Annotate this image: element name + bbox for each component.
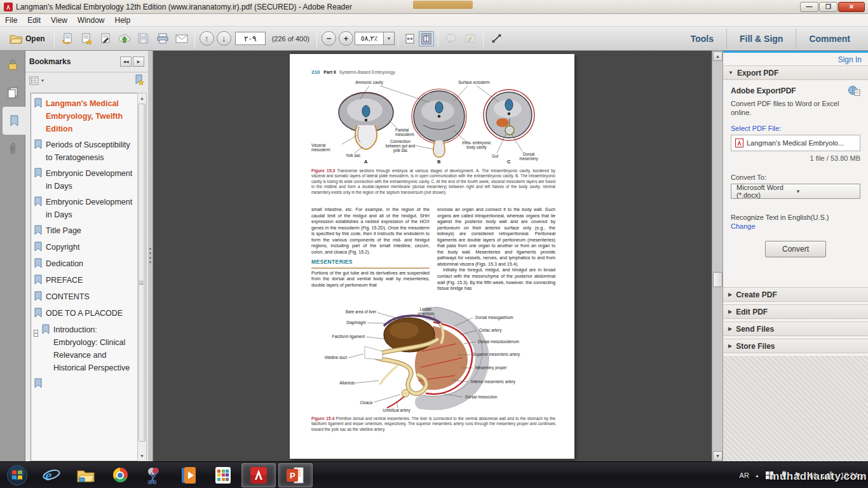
start-button[interactable] — [0, 463, 34, 488]
panel-splitter[interactable] — [148, 51, 153, 461]
menu-help[interactable]: Help — [110, 16, 136, 25]
windows-start-icon — [6, 464, 28, 486]
adobe-exportpdf-title: Adobe ExportPDF — [731, 86, 860, 95]
tab-tools[interactable]: Tools — [678, 34, 726, 44]
scroll-up-icon[interactable]: ▲ — [138, 94, 146, 102]
document-scrollbar[interactable]: ▲ ▼ — [712, 51, 722, 461]
taskbar-windows-explorer[interactable] — [69, 463, 103, 488]
highlight-button[interactable] — [462, 30, 478, 47]
menu-bar: File Edit View Window Help — [0, 14, 868, 27]
bookmark-item[interactable]: Embryonic Development in Days — [34, 167, 135, 193]
open-button[interactable]: Open — [4, 32, 51, 46]
bookmark-item[interactable]: CONTENTS — [34, 290, 135, 304]
title-bar[interactable]: Langman's Medical Embryology 12th Editio… — [0, 0, 868, 14]
store-files-section[interactable]: ▶ Store Files — [723, 339, 868, 353]
lock-icon — [7, 58, 18, 71]
sign-in-link[interactable]: Sign In — [838, 55, 862, 64]
zoom-out-button[interactable]: − — [322, 31, 336, 46]
taskbar-chrome[interactable] — [103, 463, 137, 488]
taskbar-snipping-tool[interactable] — [137, 463, 172, 488]
bookmarks-scrollbar[interactable]: ▲ ▼ — [137, 93, 147, 461]
bookmark-item[interactable]: Title Page — [34, 224, 135, 238]
bookmark-icon — [34, 139, 46, 164]
tab-fill-sign[interactable]: Fill & Sign — [727, 34, 796, 44]
selected-file-box[interactable]: Langman's Medical Embryolo... — [731, 135, 860, 151]
show-hidden-icons-button[interactable]: ▲ — [755, 473, 759, 478]
panel-hatch-area — [723, 356, 868, 461]
minimize-button[interactable]: — — [800, 2, 818, 12]
restore-button[interactable]: ❐ — [819, 2, 837, 12]
menu-window[interactable]: Window — [72, 16, 110, 25]
fullscreen-button[interactable] — [488, 30, 505, 47]
format-select[interactable]: Microsoft Word (*.docx) ▼ — [731, 184, 860, 199]
edit-pdf-section[interactable]: ▶ Edit PDF — [723, 304, 868, 319]
snipping-tool-icon — [146, 466, 163, 484]
figure-label: Gut — [492, 154, 498, 158]
taskbar-adobe-reader[interactable] — [241, 463, 276, 487]
language-indicator[interactable]: AR — [740, 471, 749, 479]
sign-document-button[interactable] — [97, 30, 114, 47]
previous-page-button[interactable]: ↑ — [200, 31, 214, 46]
expand-bookmark-button[interactable]: + — [34, 323, 41, 374]
taskbar-internet-explorer[interactable]: e — [34, 463, 69, 488]
menu-edit[interactable]: Edit — [22, 16, 46, 25]
next-page-button[interactable]: ↓ — [217, 31, 231, 46]
create-pdf-section[interactable]: ▶ Create PDF — [723, 287, 868, 302]
bookmarks-panel-tab[interactable] — [3, 107, 25, 135]
selected-file-name: Langman's Medical Embryolo... — [747, 139, 844, 147]
taskbar-app-grid[interactable] — [206, 463, 240, 488]
bookmark-item[interactable]: Dedication — [34, 257, 135, 271]
scroll-up-icon[interactable]: ▲ — [713, 51, 722, 61]
bookmark-item[interactable]: ODE TO A PLACODE — [34, 307, 135, 320]
new-document-button[interactable] — [78, 30, 95, 47]
page-number: 210 — [311, 69, 320, 75]
share-document-button[interactable] — [59, 30, 76, 47]
taskbar-media-player[interactable] — [172, 463, 206, 488]
menu-view[interactable]: View — [46, 16, 72, 25]
bookmark-item[interactable]: Periods of Susceptibility to Teratogenes… — [34, 139, 135, 164]
comment-bubble-button[interactable] — [443, 30, 459, 47]
send-files-section[interactable]: ▶ Send Files — [723, 322, 868, 336]
cloud-upload-button[interactable] — [116, 30, 133, 47]
fit-width-button[interactable] — [402, 31, 417, 46]
scrollbar-thumb[interactable] — [139, 104, 146, 442]
change-link[interactable]: Change — [731, 222, 756, 230]
attachments-panel-tab[interactable] — [0, 135, 25, 163]
zoom-level-value[interactable]: ٥٨,٢٪ — [355, 32, 384, 45]
figure-label: Vitelline duct — [314, 355, 347, 360]
pages-panel-tab[interactable] — [0, 79, 25, 107]
left-column: small intestine, etc. For example, in th… — [311, 207, 430, 292]
collapse-panel-button[interactable]: ◀◀ — [120, 57, 132, 67]
internet-explorer-icon: e — [42, 466, 61, 484]
export-pdf-section-header[interactable]: ▼ Export PDF — [723, 65, 868, 80]
bookmark-item[interactable]: Embryonic Development in Days — [34, 196, 135, 221]
convert-button[interactable]: Convert — [765, 241, 826, 257]
save-button[interactable] — [135, 30, 152, 47]
bookmark-label: Introduction: Embryology: Clinical Relev… — [53, 323, 135, 374]
scrollbar-thumb[interactable] — [713, 272, 722, 287]
fit-page-button[interactable] — [419, 31, 434, 46]
menu-file[interactable]: File — [0, 16, 22, 25]
close-button[interactable]: ✕ — [838, 2, 865, 12]
expand-panel-button[interactable]: ▶ — [133, 57, 144, 67]
print-button[interactable] — [154, 30, 171, 47]
page-number-input[interactable] — [235, 32, 266, 45]
scroll-down-icon[interactable]: ▼ — [138, 452, 146, 460]
new-bookmark-button[interactable] — [133, 74, 144, 88]
scroll-down-icon[interactable]: ▼ — [713, 451, 722, 461]
security-lock-tab[interactable] — [0, 51, 25, 79]
bookmark-item[interactable]: PREFACE — [34, 274, 135, 287]
bookmark-options-button[interactable]: ▼ — [29, 76, 44, 85]
bookmark-item[interactable]: + Introduction: Embryology: Clinical Rel… — [34, 323, 135, 374]
bookmark-item[interactable] — [34, 377, 135, 391]
taskbar-powerpoint[interactable]: P — [278, 463, 313, 487]
bookmark-icon — [41, 323, 53, 374]
file-meta: 1 file / 53.80 MB — [731, 154, 860, 162]
figure-label: Mesentery proper — [475, 365, 506, 370]
bookmark-item[interactable]: Copyright — [34, 241, 135, 254]
bookmark-item[interactable]: Langman's Medical Embryology, Twelfth Ed… — [34, 97, 135, 135]
zoom-in-button[interactable]: + — [339, 31, 353, 46]
tab-comment[interactable]: Comment — [796, 34, 863, 44]
email-button[interactable] — [173, 30, 190, 47]
zoom-dropdown-button[interactable]: ▼ — [384, 32, 395, 45]
